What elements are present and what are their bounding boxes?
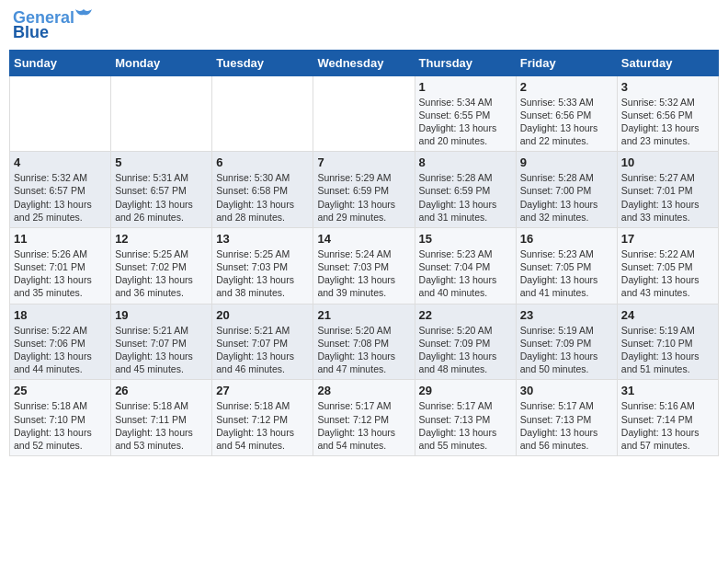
calendar-week-4: 18Sunrise: 5:22 AM Sunset: 7:06 PM Dayli… [10,304,719,380]
cell-content: Sunrise: 5:34 AM Sunset: 6:55 PM Dayligh… [419,96,512,148]
day-number: 31 [621,384,714,397]
calendar-cell: 9Sunrise: 5:28 AM Sunset: 7:00 PM Daylig… [516,152,617,228]
logo-text-blue: Blue [13,24,49,42]
cell-content: Sunrise: 5:18 AM Sunset: 7:10 PM Dayligh… [14,399,107,452]
day-number: 8 [419,155,512,169]
calendar-cell: 2Sunrise: 5:33 AM Sunset: 6:56 PM Daylig… [516,75,617,152]
day-number: 15 [419,232,512,246]
cell-content: Sunrise: 5:28 AM Sunset: 7:00 PM Dayligh… [520,171,613,224]
calendar-cell: 26Sunrise: 5:18 AM Sunset: 7:11 PM Dayli… [111,380,212,456]
calendar-cell: 16Sunrise: 5:23 AM Sunset: 7:05 PM Dayli… [516,227,617,304]
weekday-header-tuesday: Tuesday [212,50,313,75]
day-number: 28 [317,384,410,397]
calendar-table: SundayMondayTuesdayWednesdayThursdayFrid… [9,50,719,456]
cell-content: Sunrise: 5:23 AM Sunset: 7:04 PM Dayligh… [419,247,512,300]
cell-content: Sunrise: 5:18 AM Sunset: 7:12 PM Dayligh… [216,399,309,452]
page-header: General Blue [9,9,719,42]
cell-content: Sunrise: 5:28 AM Sunset: 6:59 PM Dayligh… [419,171,512,224]
cell-content: Sunrise: 5:32 AM Sunset: 6:56 PM Dayligh… [621,96,714,148]
weekday-header-wednesday: Wednesday [313,50,415,75]
weekday-header-saturday: Saturday [617,50,718,75]
cell-content: Sunrise: 5:25 AM Sunset: 7:03 PM Dayligh… [216,247,309,300]
day-number: 20 [216,308,309,322]
cell-content: Sunrise: 5:33 AM Sunset: 6:56 PM Dayligh… [520,96,613,148]
day-number: 2 [520,80,613,94]
day-number: 11 [14,232,107,246]
calendar-cell: 12Sunrise: 5:25 AM Sunset: 7:02 PM Dayli… [111,227,212,304]
calendar-cell [313,75,415,152]
cell-content: Sunrise: 5:23 AM Sunset: 7:05 PM Dayligh… [520,247,613,300]
cell-content: Sunrise: 5:19 AM Sunset: 7:10 PM Dayligh… [621,324,714,376]
calendar-cell: 10Sunrise: 5:27 AM Sunset: 7:01 PM Dayli… [617,152,718,228]
weekday-header-row: SundayMondayTuesdayWednesdayThursdayFrid… [10,50,719,75]
cell-content: Sunrise: 5:27 AM Sunset: 7:01 PM Dayligh… [621,171,714,224]
calendar-cell: 21Sunrise: 5:20 AM Sunset: 7:08 PM Dayli… [313,304,415,380]
day-number: 27 [216,384,309,397]
day-number: 24 [621,308,714,322]
calendar-cell: 13Sunrise: 5:25 AM Sunset: 7:03 PM Dayli… [212,227,313,304]
cell-content: Sunrise: 5:22 AM Sunset: 7:05 PM Dayligh… [621,247,714,300]
calendar-cell: 11Sunrise: 5:26 AM Sunset: 7:01 PM Dayli… [10,227,111,304]
day-number: 22 [419,308,512,322]
day-number: 10 [621,155,714,169]
cell-content: Sunrise: 5:24 AM Sunset: 7:03 PM Dayligh… [317,247,410,300]
calendar-week-3: 11Sunrise: 5:26 AM Sunset: 7:01 PM Dayli… [10,227,719,304]
cell-content: Sunrise: 5:17 AM Sunset: 7:13 PM Dayligh… [520,399,613,452]
day-number: 3 [621,80,714,94]
calendar-cell: 1Sunrise: 5:34 AM Sunset: 6:55 PM Daylig… [415,75,516,152]
calendar-cell: 31Sunrise: 5:16 AM Sunset: 7:14 PM Dayli… [617,380,718,456]
cell-content: Sunrise: 5:19 AM Sunset: 7:09 PM Dayligh… [520,324,613,376]
day-number: 4 [14,155,107,169]
calendar-week-5: 25Sunrise: 5:18 AM Sunset: 7:10 PM Dayli… [10,380,719,456]
day-number: 14 [317,232,410,246]
calendar-cell: 3Sunrise: 5:32 AM Sunset: 6:56 PM Daylig… [617,75,718,152]
calendar-week-2: 4Sunrise: 5:32 AM Sunset: 6:57 PM Daylig… [10,152,719,228]
day-number: 26 [115,384,208,397]
day-number: 6 [216,155,309,169]
calendar-cell: 22Sunrise: 5:20 AM Sunset: 7:09 PM Dayli… [415,304,516,380]
cell-content: Sunrise: 5:31 AM Sunset: 6:57 PM Dayligh… [115,171,208,224]
day-number: 7 [317,155,410,169]
weekday-header-thursday: Thursday [415,50,516,75]
day-number: 9 [520,155,613,169]
logo-bird-icon [75,7,92,24]
day-number: 13 [216,232,309,246]
calendar-cell: 8Sunrise: 5:28 AM Sunset: 6:59 PM Daylig… [415,152,516,228]
calendar-cell: 5Sunrise: 5:31 AM Sunset: 6:57 PM Daylig… [111,152,212,228]
calendar-cell [10,75,111,152]
day-number: 16 [520,232,613,246]
cell-content: Sunrise: 5:16 AM Sunset: 7:14 PM Dayligh… [621,399,714,452]
calendar-cell: 4Sunrise: 5:32 AM Sunset: 6:57 PM Daylig… [10,152,111,228]
cell-content: Sunrise: 5:21 AM Sunset: 7:07 PM Dayligh… [115,324,208,376]
calendar-cell: 17Sunrise: 5:22 AM Sunset: 7:05 PM Dayli… [617,227,718,304]
day-number: 18 [14,308,107,322]
calendar-cell: 30Sunrise: 5:17 AM Sunset: 7:13 PM Dayli… [516,380,617,456]
day-number: 30 [520,384,613,397]
day-number: 17 [621,232,714,246]
calendar-cell [212,75,313,152]
calendar-cell [111,75,212,152]
cell-content: Sunrise: 5:32 AM Sunset: 6:57 PM Dayligh… [14,171,107,224]
day-number: 21 [317,308,410,322]
cell-content: Sunrise: 5:25 AM Sunset: 7:02 PM Dayligh… [115,247,208,300]
cell-content: Sunrise: 5:21 AM Sunset: 7:07 PM Dayligh… [216,324,309,376]
calendar-cell: 19Sunrise: 5:21 AM Sunset: 7:07 PM Dayli… [111,304,212,380]
day-number: 29 [419,384,512,397]
day-number: 23 [520,308,613,322]
calendar-cell: 18Sunrise: 5:22 AM Sunset: 7:06 PM Dayli… [10,304,111,380]
logo: General Blue [13,9,92,42]
calendar-week-1: 1Sunrise: 5:34 AM Sunset: 6:55 PM Daylig… [10,75,719,152]
calendar-cell: 7Sunrise: 5:29 AM Sunset: 6:59 PM Daylig… [313,152,415,228]
calendar-cell: 23Sunrise: 5:19 AM Sunset: 7:09 PM Dayli… [516,304,617,380]
weekday-header-friday: Friday [516,50,617,75]
weekday-header-monday: Monday [111,50,212,75]
day-number: 25 [14,384,107,397]
cell-content: Sunrise: 5:17 AM Sunset: 7:12 PM Dayligh… [317,399,410,452]
cell-content: Sunrise: 5:26 AM Sunset: 7:01 PM Dayligh… [14,247,107,300]
cell-content: Sunrise: 5:29 AM Sunset: 6:59 PM Dayligh… [317,171,410,224]
calendar-cell: 20Sunrise: 5:21 AM Sunset: 7:07 PM Dayli… [212,304,313,380]
weekday-header-sunday: Sunday [10,50,111,75]
cell-content: Sunrise: 5:30 AM Sunset: 6:58 PM Dayligh… [216,171,309,224]
calendar-cell: 27Sunrise: 5:18 AM Sunset: 7:12 PM Dayli… [212,380,313,456]
day-number: 1 [419,80,512,94]
